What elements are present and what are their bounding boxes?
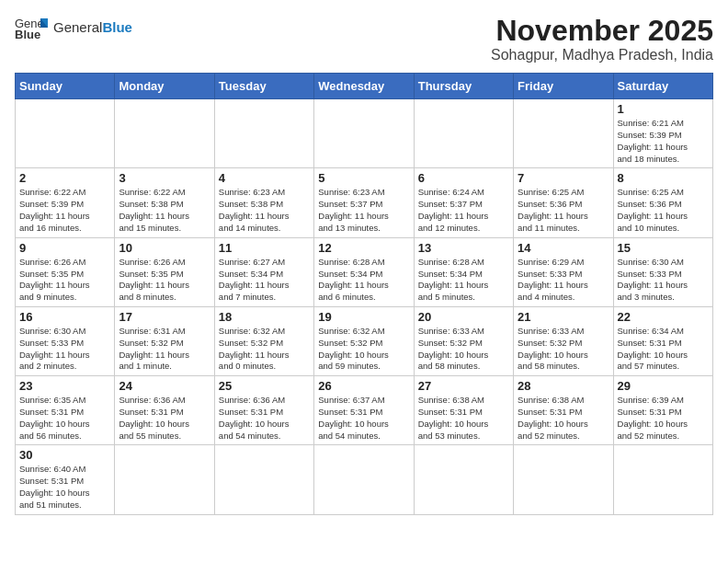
day-number: 27 [418,379,509,393]
weekday-header-row: SundayMondayTuesdayWednesdayThursdayFrid… [16,74,713,99]
day-info: Sunrise: 6:24 AM Sunset: 5:37 PM Dayligh… [418,187,509,234]
day-number: 30 [19,448,110,462]
calendar-cell: 5Sunrise: 6:23 AM Sunset: 5:37 PM Daylig… [314,168,414,237]
day-number: 3 [119,171,210,185]
day-number: 19 [318,310,409,324]
day-info: Sunrise: 6:22 AM Sunset: 5:38 PM Dayligh… [119,187,210,234]
day-number: 16 [19,310,110,324]
calendar-cell: 13Sunrise: 6:28 AM Sunset: 5:34 PM Dayli… [414,237,513,306]
day-info: Sunrise: 6:29 AM Sunset: 5:33 PM Dayligh… [518,257,609,304]
calendar-cell [214,445,313,514]
calendar-cell: 9Sunrise: 6:26 AM Sunset: 5:35 PM Daylig… [16,237,115,306]
day-info: Sunrise: 6:38 AM Sunset: 5:31 PM Dayligh… [418,395,509,442]
calendar-cell: 26Sunrise: 6:37 AM Sunset: 5:31 PM Dayli… [314,376,414,445]
day-number: 13 [418,241,509,255]
calendar-cell [613,445,712,514]
calendar-cell: 17Sunrise: 6:31 AM Sunset: 5:32 PM Dayli… [115,306,214,375]
month-title: November 2025 [491,15,713,47]
day-number: 18 [219,310,310,324]
day-number: 21 [518,310,609,324]
calendar-cell: 22Sunrise: 6:34 AM Sunset: 5:31 PM Dayli… [613,306,712,375]
day-number: 8 [618,171,709,185]
calendar-cell: 14Sunrise: 6:29 AM Sunset: 5:33 PM Dayli… [514,237,613,306]
calendar-cell [314,445,414,514]
week-row-2: 2Sunrise: 6:22 AM Sunset: 5:39 PM Daylig… [16,168,713,237]
day-number: 26 [318,379,409,393]
weekday-header-friday: Friday [514,74,613,99]
day-number: 2 [19,171,110,185]
calendar-cell: 25Sunrise: 6:36 AM Sunset: 5:31 PM Dayli… [214,376,313,445]
day-info: Sunrise: 6:28 AM Sunset: 5:34 PM Dayligh… [318,257,409,304]
week-row-6: 30Sunrise: 6:40 AM Sunset: 5:31 PM Dayli… [16,445,713,514]
day-number: 17 [119,310,210,324]
day-number: 1 [618,102,709,116]
day-number: 28 [518,379,609,393]
calendar-cell: 2Sunrise: 6:22 AM Sunset: 5:39 PM Daylig… [16,168,115,237]
day-number: 15 [618,241,709,255]
weekday-header-tuesday: Tuesday [214,74,313,99]
calendar-cell [514,445,613,514]
day-number: 22 [618,310,709,324]
calendar-cell: 30Sunrise: 6:40 AM Sunset: 5:31 PM Dayli… [16,445,115,514]
day-info: Sunrise: 6:23 AM Sunset: 5:37 PM Dayligh… [318,187,409,234]
day-number: 24 [119,379,210,393]
calendar-cell [115,445,214,514]
weekday-header-monday: Monday [115,74,214,99]
day-info: Sunrise: 6:23 AM Sunset: 5:38 PM Dayligh… [219,187,310,234]
calendar-cell [214,99,313,168]
calendar-cell: 11Sunrise: 6:27 AM Sunset: 5:34 PM Dayli… [214,237,313,306]
day-info: Sunrise: 6:36 AM Sunset: 5:31 PM Dayligh… [119,395,210,442]
day-number: 20 [418,310,509,324]
day-number: 12 [318,241,409,255]
calendar-cell: 19Sunrise: 6:32 AM Sunset: 5:32 PM Dayli… [314,306,414,375]
week-row-4: 16Sunrise: 6:30 AM Sunset: 5:33 PM Dayli… [16,306,713,375]
calendar-cell: 4Sunrise: 6:23 AM Sunset: 5:38 PM Daylig… [214,168,313,237]
weekday-header-saturday: Saturday [613,74,712,99]
logo-text: GeneralBlue [53,20,132,36]
calendar: SundayMondayTuesdayWednesdayThursdayFrid… [15,73,713,515]
calendar-cell [414,445,513,514]
calendar-cell: 1Sunrise: 6:21 AM Sunset: 5:39 PM Daylig… [613,99,712,168]
svg-text:Blue: Blue [15,28,40,40]
calendar-cell [115,99,214,168]
day-info: Sunrise: 6:31 AM Sunset: 5:32 PM Dayligh… [119,326,210,373]
calendar-cell: 21Sunrise: 6:33 AM Sunset: 5:32 PM Dayli… [514,306,613,375]
day-info: Sunrise: 6:35 AM Sunset: 5:31 PM Dayligh… [19,395,110,442]
day-info: Sunrise: 6:30 AM Sunset: 5:33 PM Dayligh… [618,257,709,304]
day-info: Sunrise: 6:38 AM Sunset: 5:31 PM Dayligh… [518,395,609,442]
day-info: Sunrise: 6:26 AM Sunset: 5:35 PM Dayligh… [19,257,110,304]
day-number: 11 [219,241,310,255]
calendar-cell: 16Sunrise: 6:30 AM Sunset: 5:33 PM Dayli… [16,306,115,375]
day-info: Sunrise: 6:22 AM Sunset: 5:39 PM Dayligh… [19,187,110,234]
day-number: 10 [119,241,210,255]
title-area: November 2025 Sohagpur, Madhya Pradesh, … [491,15,713,63]
day-info: Sunrise: 6:33 AM Sunset: 5:32 PM Dayligh… [518,326,609,373]
calendar-cell: 10Sunrise: 6:26 AM Sunset: 5:35 PM Dayli… [115,237,214,306]
day-number: 23 [19,379,110,393]
weekday-header-sunday: Sunday [16,74,115,99]
day-number: 7 [518,171,609,185]
weekday-header-thursday: Thursday [414,74,513,99]
calendar-cell [414,99,513,168]
day-info: Sunrise: 6:30 AM Sunset: 5:33 PM Dayligh… [19,326,110,373]
day-info: Sunrise: 6:34 AM Sunset: 5:31 PM Dayligh… [618,326,709,373]
day-info: Sunrise: 6:32 AM Sunset: 5:32 PM Dayligh… [219,326,310,373]
calendar-cell: 12Sunrise: 6:28 AM Sunset: 5:34 PM Dayli… [314,237,414,306]
day-number: 25 [219,379,310,393]
day-info: Sunrise: 6:36 AM Sunset: 5:31 PM Dayligh… [219,395,310,442]
weekday-header-wednesday: Wednesday [314,74,414,99]
day-info: Sunrise: 6:21 AM Sunset: 5:39 PM Dayligh… [618,118,709,165]
day-number: 4 [219,171,310,185]
day-number: 14 [518,241,609,255]
day-number: 5 [318,171,409,185]
day-info: Sunrise: 6:37 AM Sunset: 5:31 PM Dayligh… [318,395,409,442]
calendar-cell: 27Sunrise: 6:38 AM Sunset: 5:31 PM Dayli… [414,376,513,445]
calendar-cell: 20Sunrise: 6:33 AM Sunset: 5:32 PM Dayli… [414,306,513,375]
calendar-cell: 23Sunrise: 6:35 AM Sunset: 5:31 PM Dayli… [16,376,115,445]
calendar-cell [514,99,613,168]
day-info: Sunrise: 6:25 AM Sunset: 5:36 PM Dayligh… [518,187,609,234]
day-number: 29 [618,379,709,393]
calendar-cell: 6Sunrise: 6:24 AM Sunset: 5:37 PM Daylig… [414,168,513,237]
week-row-1: 1Sunrise: 6:21 AM Sunset: 5:39 PM Daylig… [16,99,713,168]
day-number: 6 [418,171,509,185]
